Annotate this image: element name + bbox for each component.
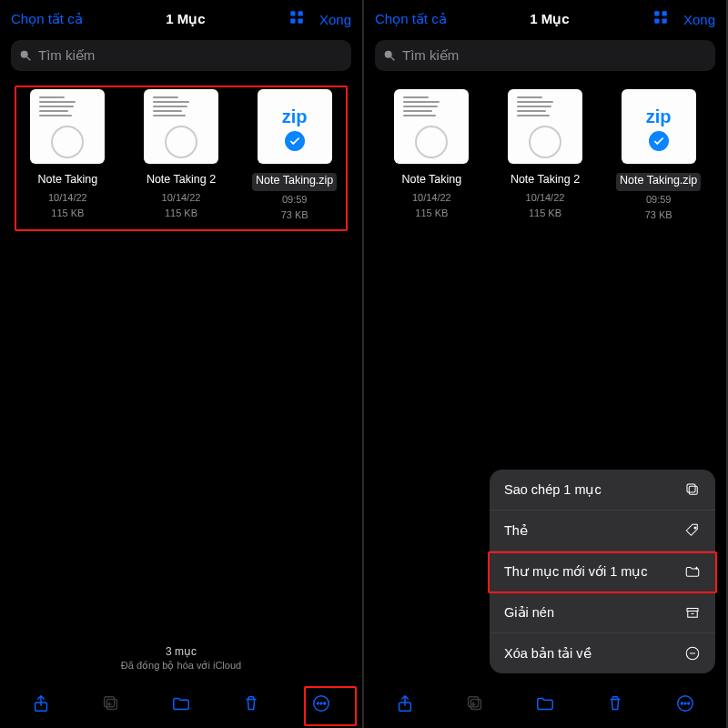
svg-point-21 [694, 527, 696, 529]
svg-rect-3 [298, 19, 302, 24]
svg-point-10 [318, 703, 319, 704]
svg-rect-13 [654, 11, 659, 15]
screenshot-left: Chọn tất cả 1 Mục Xong Tìm kiếm Note Tak… [0, 0, 364, 728]
view-toggle-icon[interactable] [652, 9, 669, 29]
svg-rect-14 [662, 11, 666, 15]
select-all-link[interactable]: Chọn tất cả [11, 11, 83, 27]
file-name: Note Taking 2 [147, 173, 216, 186]
delete-button[interactable] [591, 684, 640, 723]
share-button[interactable] [16, 684, 66, 723]
menu-copy[interactable]: Sao chép 1 mục [490, 470, 715, 511]
delete-button[interactable] [227, 684, 276, 723]
svg-point-4 [21, 51, 28, 58]
file-date: 10/14/22 [384, 191, 480, 205]
menu-label: Sao chép 1 mục [504, 482, 602, 497]
svg-point-12 [324, 703, 326, 704]
duplicate-button[interactable] [86, 684, 136, 723]
svg-rect-16 [662, 19, 666, 24]
svg-rect-15 [654, 19, 659, 24]
copy-icon [684, 481, 701, 498]
view-toggle-icon[interactable] [288, 9, 305, 29]
file-name: Note Taking [401, 173, 461, 186]
menu-label: Xóa bản tải về [504, 646, 592, 661]
more-button[interactable] [297, 684, 346, 723]
folder-plus-icon [684, 563, 701, 580]
file-date: 10/14/22 [498, 191, 593, 205]
svg-point-17 [385, 51, 392, 58]
done-link[interactable]: Xong [319, 12, 351, 27]
screenshot-right: Chọn tất cả 1 Mục Xong Tìm kiếm Note Tak… [364, 0, 728, 728]
zip-label: zip [646, 101, 672, 127]
bottom-toolbar [364, 684, 726, 728]
file-date: 10/14/22 [20, 191, 116, 205]
file-name: Note Taking.zip [256, 174, 333, 187]
duplicate-button[interactable] [450, 684, 500, 723]
menu-label: Thẻ [504, 523, 528, 538]
header-bar: Chọn tất cả 1 Mục Xong [0, 0, 362, 36]
item-count: 3 mục [0, 645, 362, 658]
search-placeholder: Tìm kiếm [38, 47, 95, 64]
search-input[interactable]: Tìm kiếm [375, 40, 715, 71]
file-item[interactable]: Note Taking 10/14/22 115 KB [384, 89, 480, 222]
file-size: 73 KB [247, 208, 342, 222]
header-bar: Chọn tất cả 1 Mục Xong [364, 0, 726, 36]
header-title: 1 Mục [166, 11, 205, 27]
file-name: Note Taking 2 [511, 173, 580, 186]
search-icon [18, 48, 33, 63]
file-size: 115 KB [384, 207, 480, 220]
file-size: 115 KB [134, 207, 229, 220]
move-button[interactable] [521, 684, 570, 723]
svg-point-30 [684, 703, 686, 704]
svg-rect-1 [298, 11, 302, 15]
search-icon [382, 48, 397, 63]
file-grid: Note Taking 10/14/22 115 KB Note Taking … [0, 84, 362, 228]
file-thumbnail-doc [30, 89, 105, 164]
file-size: 73 KB [611, 208, 706, 222]
search-input[interactable]: Tìm kiếm [11, 40, 351, 71]
file-item[interactable]: Note Taking 2 10/14/22 115 KB [134, 89, 229, 222]
file-item-selected[interactable]: zip Note Taking.zip 09:59 73 KB [611, 89, 706, 222]
svg-point-31 [688, 703, 690, 704]
select-all-link[interactable]: Chọn tất cả [375, 11, 447, 27]
file-date: 09:59 [247, 193, 342, 207]
svg-line-5 [27, 57, 31, 61]
svg-rect-19 [689, 486, 697, 494]
file-thumbnail-doc [508, 89, 582, 164]
menu-label: Thư mục mới với 1 mục [504, 564, 648, 579]
move-button[interactable] [157, 684, 206, 723]
file-thumbnail-doc [144, 89, 218, 164]
share-button[interactable] [380, 684, 430, 723]
footer-status: 3 mục Đã đồng bộ hóa với iCloud [0, 645, 362, 672]
svg-rect-0 [290, 11, 295, 15]
sync-status: Đã đồng bộ hóa với iCloud [0, 660, 362, 672]
selected-check-icon [283, 129, 307, 153]
file-item[interactable]: Note Taking 2 10/14/22 115 KB [498, 89, 593, 222]
file-item-selected[interactable]: zip Note Taking.zip 09:59 73 KB [247, 89, 342, 222]
tag-icon [684, 522, 701, 539]
file-thumbnail-zip: zip [258, 89, 332, 164]
svg-point-29 [682, 703, 683, 704]
svg-rect-2 [290, 19, 295, 24]
file-item[interactable]: Note Taking 10/14/22 115 KB [20, 89, 116, 222]
zip-label: zip [282, 101, 308, 127]
file-thumbnail-doc [394, 89, 469, 164]
file-date: 09:59 [611, 193, 706, 207]
search-placeholder: Tìm kiếm [402, 47, 459, 64]
done-link[interactable]: Xong [683, 12, 715, 27]
svg-line-18 [391, 57, 395, 61]
menu-label: Giải nén [504, 605, 554, 620]
context-menu: Sao chép 1 mục Thẻ Thư mục mới với 1 mục… [490, 470, 715, 673]
svg-rect-20 [687, 484, 695, 492]
menu-new-folder[interactable]: Thư mục mới với 1 mục [490, 551, 715, 592]
menu-tag[interactable]: Thẻ [490, 511, 715, 551]
menu-uncompress[interactable]: Giải nén [490, 592, 715, 633]
menu-remove-download[interactable]: Xóa bản tải về [490, 633, 715, 673]
bottom-toolbar [0, 684, 362, 728]
file-date: 10/14/22 [134, 191, 229, 205]
file-size: 115 KB [498, 207, 593, 220]
archive-icon [684, 604, 701, 621]
more-button[interactable] [661, 684, 710, 723]
selected-check-icon [647, 129, 671, 153]
file-name: Note Taking [37, 173, 97, 186]
header-title: 1 Mục [530, 11, 569, 27]
